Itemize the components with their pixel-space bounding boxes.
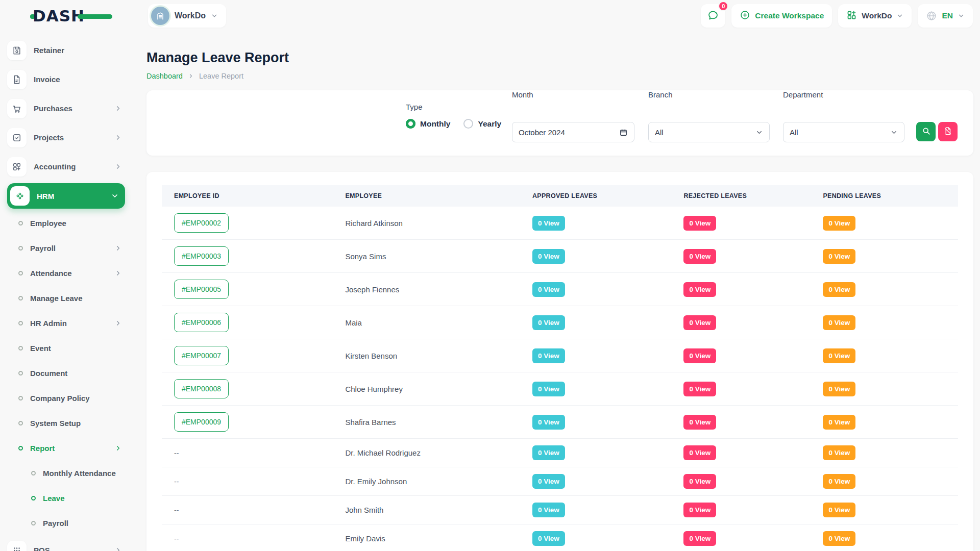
rejected-view-button[interactable]: 0 View [683, 249, 716, 264]
reset-filter-button[interactable] [938, 122, 958, 141]
department-select[interactable]: All [783, 122, 904, 142]
create-workspace-label: Create Workspace [755, 11, 824, 20]
rejected-view-button[interactable]: 0 View [683, 445, 716, 460]
pending-view-button[interactable]: 0 View [823, 474, 855, 489]
employee-id-badge[interactable]: #EMP00007 [174, 346, 229, 365]
branch-select[interactable]: All [648, 122, 770, 142]
sidebar-item-event[interactable]: Event [7, 336, 125, 361]
employee-name: Shafira Barnes [345, 418, 396, 427]
employee-name-cell: Shafira Barnes [333, 406, 520, 439]
rejected-leaves-cell: 0 View [671, 339, 811, 372]
sidebar-item-hrm[interactable]: HRM [7, 183, 125, 209]
sidebar-item-label: Leave [43, 494, 125, 503]
sidebar-item-payroll[interactable]: Payroll [7, 236, 125, 261]
floppy-icon [7, 41, 27, 60]
sidebar-item-manage-leave[interactable]: Manage Leave [7, 286, 125, 311]
rejected-view-button[interactable]: 0 View [683, 503, 716, 517]
sidebar-item-label: Manage Leave [30, 294, 125, 303]
sidebar-item-purchases[interactable]: Purchases [7, 94, 125, 123]
approved-leaves-cell: 0 View [520, 467, 671, 496]
sidebar-item-projects[interactable]: Projects [7, 123, 125, 152]
approved-view-button[interactable]: 0 View [532, 249, 565, 264]
employee-id-badge[interactable]: #EMP00003 [174, 246, 229, 266]
sidebar-item-accounting[interactable]: Accounting [7, 152, 125, 181]
rejected-view-button[interactable]: 0 View [683, 315, 716, 330]
employee-name-cell: Dr. Michael Rodriguez [333, 439, 520, 467]
approved-view-button[interactable]: 0 View [532, 531, 565, 546]
workspace-menu-button[interactable]: WorkDo [838, 4, 912, 28]
approved-view-button[interactable]: 0 View [532, 315, 565, 330]
sidebar-item-pos[interactable]: POS [7, 536, 125, 551]
approved-view-button[interactable]: 0 View [532, 282, 565, 297]
pending-view-button[interactable]: 0 View [823, 382, 855, 396]
employee-id-badge[interactable]: #EMP00002 [174, 213, 229, 233]
sidebar-item-hr-admin[interactable]: HR Admin [7, 311, 125, 336]
type-radio-group: Monthly Yearly [406, 119, 501, 129]
pending-view-button[interactable]: 0 View [823, 445, 855, 460]
language-label: EN [942, 11, 953, 20]
rejected-view-button[interactable]: 0 View [683, 474, 716, 489]
sidebar-item-leave[interactable]: Leave [7, 486, 125, 511]
approved-view-button[interactable]: 0 View [532, 382, 565, 396]
search-button[interactable] [916, 122, 936, 141]
sidebar-item-system-setup[interactable]: System Setup [7, 411, 125, 436]
sidebar-item-attendance[interactable]: Attendance [7, 261, 125, 286]
employee-id-badge[interactable]: #EMP00009 [174, 412, 229, 432]
chevron-right-icon [114, 269, 122, 277]
breadcrumb-dashboard-link[interactable]: Dashboard [146, 72, 183, 80]
rejected-view-button[interactable]: 0 View [683, 382, 716, 396]
sidebar-item-invoice[interactable]: Invoice [7, 65, 125, 94]
bullet-icon [18, 246, 23, 251]
approved-view-button[interactable]: 0 View [532, 415, 565, 430]
pending-view-button[interactable]: 0 View [823, 216, 855, 231]
sidebar-item-retainer[interactable]: Retainer [7, 36, 125, 65]
pending-view-button[interactable]: 0 View [823, 249, 855, 264]
sidebar-item-monthly-attendance[interactable]: Monthly Attendance [7, 461, 125, 486]
type-filter-label: Type [406, 103, 423, 111]
sidebar-item-payroll-report[interactable]: Payroll [7, 511, 125, 536]
workspace-switcher[interactable]: WorkDo [148, 4, 226, 28]
pending-view-button[interactable]: 0 View [823, 282, 855, 297]
employee-name: Kirsten Benson [345, 352, 397, 360]
employee-id-badge[interactable]: #EMP00008 [174, 379, 229, 398]
employee-id-badge[interactable]: #EMP00006 [174, 313, 229, 332]
pending-view-button[interactable]: 0 View [823, 531, 855, 546]
approved-leaves-cell: 0 View [520, 524, 671, 551]
approved-view-button[interactable]: 0 View [532, 445, 565, 460]
column-header: APPROVED LEAVES [520, 185, 671, 207]
employee-id-badge[interactable]: #EMP00005 [174, 280, 229, 299]
radio-monthly[interactable]: Monthly [406, 119, 450, 129]
language-selector[interactable]: EN [918, 4, 973, 28]
radio-yearly[interactable]: Yearly [463, 119, 501, 129]
pending-view-button[interactable]: 0 View [823, 415, 855, 430]
pending-view-button[interactable]: 0 View [823, 315, 855, 330]
sidebar-item-company-policy[interactable]: Company Policy [7, 386, 125, 411]
search-icon [921, 126, 931, 137]
approved-view-button[interactable]: 0 View [532, 503, 565, 517]
rejected-view-button[interactable]: 0 View [683, 216, 716, 231]
approved-view-button[interactable]: 0 View [532, 474, 565, 489]
chevron-right-icon [114, 319, 122, 327]
rejected-view-button[interactable]: 0 View [683, 348, 716, 363]
messages-button[interactable]: 0 [701, 4, 725, 28]
create-workspace-button[interactable]: Create Workspace [731, 4, 832, 28]
month-input[interactable]: October 2024 [512, 122, 634, 142]
sidebar-item-report[interactable]: Report [7, 436, 125, 461]
pending-view-button[interactable]: 0 View [823, 348, 855, 363]
approved-view-button[interactable]: 0 View [532, 216, 565, 231]
sidebar-item-label: Company Policy [30, 394, 125, 403]
rejected-view-button[interactable]: 0 View [683, 282, 716, 297]
sidebar-item-label: Payroll [43, 519, 125, 528]
branch-value: All [655, 128, 664, 137]
rejected-view-button[interactable]: 0 View [683, 531, 716, 546]
sidebar-item-employee[interactable]: Employee [7, 211, 125, 236]
rejected-leaves-cell: 0 View [671, 240, 811, 273]
approved-view-button[interactable]: 0 View [532, 348, 565, 363]
pending-leaves-cell: 0 View [811, 406, 958, 439]
rejected-view-button[interactable]: 0 View [683, 415, 716, 430]
employee-name-cell: Richard Atkinson [333, 207, 520, 240]
app-logo[interactable]: DASH [33, 7, 99, 25]
sidebar-item-document[interactable]: Document [7, 361, 125, 386]
employee-id-cell: #EMP00007 [162, 339, 333, 372]
pending-view-button[interactable]: 0 View [823, 503, 855, 517]
